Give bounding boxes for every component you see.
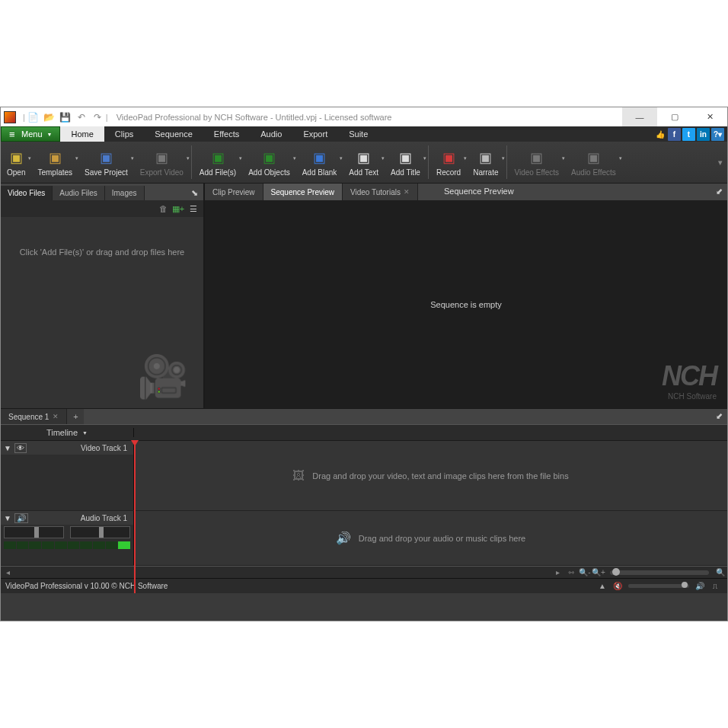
- nch-logo: NCH NCH Software: [662, 360, 717, 401]
- sequence-tab[interactable]: Sequence 1 ✕: [1, 409, 67, 424]
- video-track-name: Video Track 1: [30, 444, 130, 452]
- ribbon-tab-export[interactable]: Export: [292, 126, 338, 142]
- bin-tab-video-files[interactable]: Video Files: [1, 186, 53, 200]
- preview-panel: Clip PreviewSequence PreviewVideo Tutori…: [205, 184, 727, 408]
- panel-expand-icon[interactable]: ⬋: [711, 184, 727, 200]
- video-track: ▼ 👁 Video Track 1 🖼 Drag and drop your v…: [1, 441, 727, 511]
- track-collapse-icon[interactable]: ▼: [4, 444, 11, 452]
- toolbar-add-objects[interactable]: ▣Add Objects▾: [242, 142, 295, 184]
- sequence-tabs: Sequence 1 ✕ + ⬋: [1, 408, 727, 424]
- track-visible-icon[interactable]: 👁: [14, 443, 27, 453]
- app-icon: [4, 111, 16, 123]
- timeline-mode-dropdown[interactable]: Timeline ▼: [1, 428, 134, 437]
- settings-icon[interactable]: ⎍: [707, 582, 723, 590]
- toolbar-export-video[interactable]: ▣Export Video▾: [134, 142, 190, 184]
- toolbar-add-blank[interactable]: ▣Add Blank▾: [296, 142, 343, 184]
- bin-tabs: Video FilesAudio FilesImages ⬊: [1, 184, 203, 200]
- help-icon[interactable]: ?▾: [711, 128, 724, 141]
- file-bin-panel: Video FilesAudio FilesImages ⬊ 🗑 ▦+ ☰ Cl…: [1, 184, 205, 408]
- ribbon-tab-effects[interactable]: Effects: [203, 126, 250, 142]
- toolbar-add-file-s-[interactable]: ▣Add File(s)▾: [193, 142, 242, 184]
- toolbar-audio-effects[interactable]: ▣Audio Effects▾: [565, 142, 622, 184]
- preview-title: Sequence Preview: [433, 184, 525, 200]
- audio-meter: [4, 541, 130, 549]
- track-collapse-icon[interactable]: ▼: [4, 514, 11, 522]
- toolbar-record[interactable]: ▣Record▾: [430, 142, 467, 184]
- speaker-icon: 🔊: [336, 531, 351, 545]
- close-icon[interactable]: ✕: [404, 188, 410, 196]
- ribbon-tab-audio[interactable]: Audio: [250, 126, 292, 142]
- bin-tab-audio-files[interactable]: Audio Files: [53, 186, 104, 200]
- volume-slider[interactable]: [4, 526, 64, 538]
- status-text: VideoPad Professional v 10.00 © NCH Soft…: [5, 582, 168, 590]
- preview-tab-video-tutorials[interactable]: Video Tutorials ✕: [343, 184, 418, 200]
- tracks-area: ▼ 👁 Video Track 1 🖼 Drag and drop your v…: [1, 441, 727, 566]
- delete-icon[interactable]: 🗑: [156, 203, 170, 215]
- add-sequence-button[interactable]: +: [67, 409, 84, 424]
- audio-track-body[interactable]: 🔊 Drag and drop your audio or music clip…: [134, 511, 727, 565]
- open-icon[interactable]: 📂: [43, 111, 56, 123]
- list-view-icon[interactable]: ☰: [187, 203, 200, 215]
- pan-slider[interactable]: [70, 526, 130, 538]
- zoom-slider[interactable]: [610, 570, 709, 575]
- marker-up-icon[interactable]: ▲: [595, 582, 610, 590]
- scroll-right-icon[interactable]: ▸: [551, 568, 564, 576]
- facebook-icon[interactable]: f: [668, 128, 681, 141]
- timeline-zoom-bar: ◂ ▸ ⇿ 🔍- 🔍+ 🔍: [1, 566, 727, 578]
- toolbar-templates[interactable]: ▣Templates▾: [31, 142, 78, 184]
- maximize-button[interactable]: ▢: [657, 107, 692, 126]
- add-media-icon[interactable]: ▦+: [171, 203, 185, 215]
- quick-access-toolbar: 📄 📂 💾 ↶ ↷: [27, 111, 104, 123]
- main-menu-button[interactable]: Menu ▼: [1, 126, 60, 142]
- zoom-full-icon[interactable]: 🔍: [714, 568, 727, 576]
- titlebar: | 📄 📂 💾 ↶ ↷ | VideoPad Professional by N…: [1, 107, 727, 126]
- like-icon[interactable]: 👍: [653, 128, 666, 141]
- save-icon[interactable]: 💾: [59, 111, 72, 123]
- hamburger-icon: [9, 129, 17, 140]
- playhead[interactable]: [134, 441, 136, 593]
- bin-tab-images[interactable]: Images: [105, 186, 145, 200]
- bin-empty-text: Click 'Add File(s)' or drag and drop fil…: [20, 247, 184, 257]
- redo-icon[interactable]: ↷: [91, 111, 104, 123]
- minimize-button[interactable]: —: [622, 107, 657, 126]
- video-track-body[interactable]: 🖼 Drag and drop your video, text and ima…: [134, 441, 727, 510]
- linkedin-icon[interactable]: in: [697, 128, 710, 141]
- toolbar-open[interactable]: ▣Open▾: [1, 142, 31, 184]
- zoom-out-icon[interactable]: 🔍-: [578, 568, 592, 576]
- timeline-expand-icon[interactable]: ⬋: [711, 409, 727, 424]
- toolbar-overflow-icon[interactable]: ▾: [714, 158, 727, 168]
- status-bar: VideoPad Professional v 10.00 © NCH Soft…: [1, 578, 727, 593]
- fit-icon[interactable]: ⇿: [564, 568, 578, 576]
- ribbon-tabs: Menu ▼ HomeClipsSequenceEffectsAudioExpo…: [1, 126, 727, 142]
- track-mute-icon[interactable]: 🔊: [14, 513, 28, 523]
- ribbon-tab-suite[interactable]: Suite: [338, 126, 378, 142]
- window-title: VideoPad Professional by NCH Software - …: [117, 113, 622, 122]
- timeline-header: Timeline ▼ :00;00.0000;01:00.0000;02:00.…: [1, 424, 727, 441]
- ribbon-tab-sequence[interactable]: Sequence: [144, 126, 203, 142]
- social-icons: 👍 f t in ?▾: [653, 126, 727, 142]
- panel-collapse-icon[interactable]: ⬊: [188, 187, 200, 199]
- mute-icon[interactable]: 🔇: [610, 582, 625, 590]
- toolbar-video-effects[interactable]: ▣Video Effects▾: [509, 142, 566, 184]
- preview-tab-sequence-preview[interactable]: Sequence Preview: [263, 184, 343, 200]
- new-icon[interactable]: 📄: [27, 111, 40, 123]
- ribbon-tab-clips[interactable]: Clips: [104, 126, 144, 142]
- toolbar: ▣Open▾▣Templates▾▣Save Project▾▣Export V…: [1, 142, 727, 184]
- undo-icon[interactable]: ↶: [75, 111, 88, 123]
- toolbar-narrate[interactable]: ▣Narrate▾: [467, 142, 504, 184]
- close-icon[interactable]: ✕: [53, 413, 59, 420]
- toolbar-save-project[interactable]: ▣Save Project▾: [78, 142, 134, 184]
- camera-watermark-icon: 🎥: [137, 353, 188, 401]
- master-volume-slider[interactable]: [628, 584, 689, 588]
- ribbon-tab-home[interactable]: Home: [60, 126, 104, 142]
- close-button[interactable]: ✕: [692, 107, 727, 126]
- preview-empty-text: Sequence is empty: [430, 300, 502, 309]
- preview-tab-clip-preview[interactable]: Clip Preview: [205, 184, 263, 200]
- toolbar-add-title[interactable]: ▣Add Title▾: [385, 142, 426, 184]
- audio-track-name: Audio Track 1: [31, 514, 130, 522]
- volume-icon[interactable]: 🔊: [692, 582, 707, 590]
- toolbar-add-text[interactable]: ▣Add Text▾: [343, 142, 385, 184]
- scroll-left-icon[interactable]: ◂: [1, 568, 14, 576]
- zoom-in-icon[interactable]: 🔍+: [592, 568, 605, 576]
- twitter-icon[interactable]: t: [682, 128, 695, 141]
